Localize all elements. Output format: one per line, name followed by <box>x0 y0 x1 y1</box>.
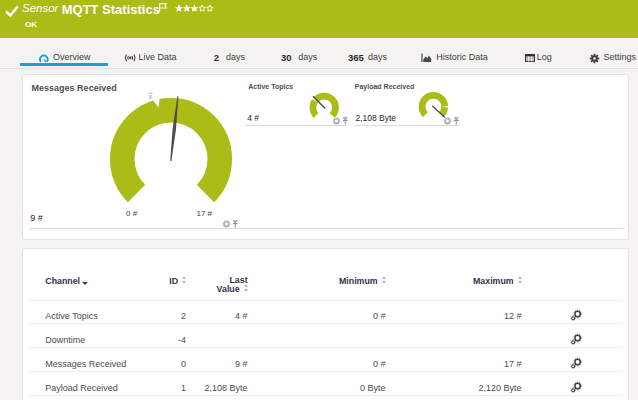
svg-text:x: x <box>149 93 153 100</box>
